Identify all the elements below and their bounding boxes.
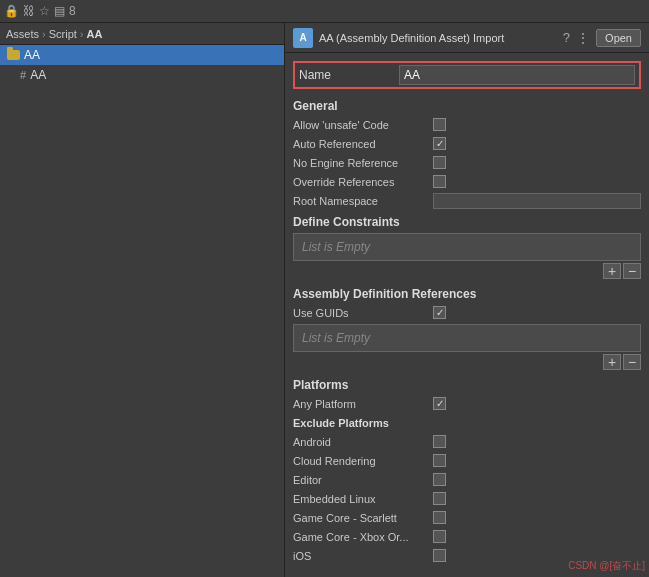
embedded-linux-label: Embedded Linux [293,493,433,505]
no-engine-reference-checkbox[interactable] [433,156,446,169]
exclude-platforms-row: Exclude Platforms [285,413,649,432]
exclude-platforms-label: Exclude Platforms [293,417,433,429]
platform-cloud-rendering: Cloud Rendering [285,451,649,470]
tree-item-folder-aa[interactable]: AA [0,45,284,65]
platform-embedded-linux: Embedded Linux [285,489,649,508]
allow-unsafe-label: Allow 'unsafe' Code [293,119,433,131]
allow-unsafe-checkbox[interactable] [433,118,446,131]
right-panel: A AA (Assembly Definition Asset) Import … [285,23,649,577]
network-icon: ⛓ [23,4,35,18]
name-input[interactable] [399,65,635,85]
any-platform-checkbox[interactable] [433,397,446,410]
game-core-xbox-checkbox[interactable] [433,530,446,543]
ios-checkbox[interactable] [433,549,446,562]
define-constraints-list: List is Empty [293,233,641,261]
inspector-title: AA (Assembly Definition Asset) Import [319,32,557,44]
platforms-header: Platforms [285,374,649,394]
any-platform-label: Any Platform [293,398,433,410]
embedded-linux-checkbox[interactable] [433,492,446,505]
root-namespace-label: Root Namespace [293,195,433,207]
tree-area: AA # AA [0,45,284,577]
cloud-rendering-checkbox[interactable] [433,454,446,467]
name-label: Name [299,68,399,82]
watermark: CSDN @[奋不止] [568,559,645,573]
ios-label: iOS [293,550,433,562]
top-bar: 🔒 ⛓ ☆ ▤ 8 [0,0,649,22]
platform-list: Android Cloud Rendering Editor Embedded … [285,432,649,565]
platform-editor: Editor [285,470,649,489]
platform-game-core-xbox: Game Core - Xbox Or... [285,527,649,546]
inspector-content: Name General Allow 'unsafe' Code Auto Re… [285,53,649,577]
any-platform-row: Any Platform [285,394,649,413]
auto-referenced-label: Auto Referenced [293,138,433,150]
game-core-scarlett-checkbox[interactable] [433,511,446,524]
editor-label: Editor [293,474,433,486]
define-constraints-header: Define Constraints [285,211,649,231]
define-constraints-controls: + − [293,263,641,279]
assembly-refs-controls: + − [293,354,641,370]
layers-icon: ▤ [54,4,65,18]
auto-referenced-checkbox[interactable] [433,137,446,150]
use-guids-label: Use GUIDs [293,307,433,319]
lock-icon: 🔒 [4,4,19,18]
no-engine-reference-row: No Engine Reference [285,153,649,172]
root-namespace-row: Root Namespace [285,191,649,211]
no-engine-reference-label: No Engine Reference [293,157,433,169]
help-icon[interactable]: ? [563,30,570,45]
define-constraints-empty: List is Empty [302,240,370,254]
tree-item-label: AA [24,48,40,62]
editor-checkbox[interactable] [433,473,446,486]
menu-icon[interactable]: ⋮ [576,30,590,46]
platform-game-core-scarlett: Game Core - Scarlett [285,508,649,527]
android-label: Android [293,436,433,448]
badge-icon: 8 [69,4,76,18]
breadcrumb-assets[interactable]: Assets [6,28,39,40]
game-core-scarlett-label: Game Core - Scarlett [293,512,433,524]
left-panel: Assets › Script › AA AA # AA [0,23,285,577]
assembly-refs-list: List is Empty [293,324,641,352]
breadcrumb: Assets › Script › AA [0,23,284,45]
root-namespace-input[interactable] [433,193,641,209]
override-references-row: Override References [285,172,649,191]
general-section-header: General [285,95,649,115]
asset-icon: A [293,28,313,48]
android-checkbox[interactable] [433,435,446,448]
define-constraints-remove[interactable]: − [623,263,641,279]
assembly-refs-empty: List is Empty [302,331,370,345]
platform-android: Android [285,432,649,451]
override-references-checkbox[interactable] [433,175,446,188]
override-references-label: Override References [293,176,433,188]
star-icon: ☆ [39,4,50,18]
breadcrumb-script[interactable]: Script [49,28,77,40]
open-button[interactable]: Open [596,29,641,47]
tree-item-script-label: AA [30,68,46,82]
cloud-rendering-label: Cloud Rendering [293,455,433,467]
use-guids-checkbox[interactable] [433,306,446,319]
assembly-refs-remove[interactable]: − [623,354,641,370]
inspector-header: A AA (Assembly Definition Asset) Import … [285,23,649,53]
assembly-refs-header: Assembly Definition References [285,283,649,303]
game-core-xbox-label: Game Core - Xbox Or... [293,531,433,543]
use-guids-row: Use GUIDs [285,303,649,322]
breadcrumb-aa: AA [86,28,102,40]
auto-referenced-row: Auto Referenced [285,134,649,153]
assembly-refs-add[interactable]: + [603,354,621,370]
allow-unsafe-code-row: Allow 'unsafe' Code [285,115,649,134]
tree-item-script-aa[interactable]: # AA [0,65,284,85]
name-row: Name [293,61,641,89]
define-constraints-add[interactable]: + [603,263,621,279]
folder-icon [6,48,20,62]
